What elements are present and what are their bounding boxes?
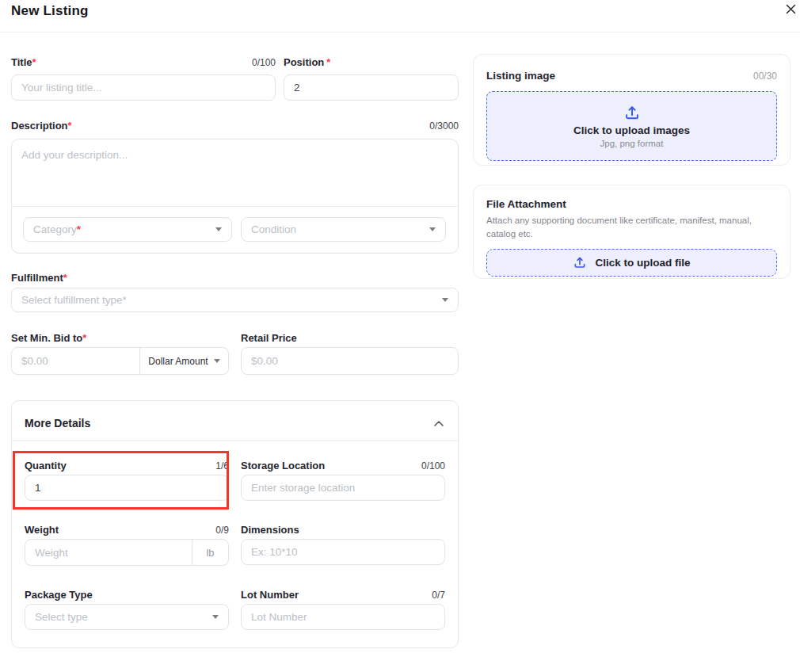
category-placeholder: Category*	[33, 223, 81, 235]
condition-placeholder: Condition	[251, 223, 296, 235]
package-type-placeholder: Select type	[35, 611, 88, 623]
retail-price-field-group: Retail Price	[241, 330, 459, 375]
new-listing-modal: New Listing Title* 0/100 Position*	[0, 0, 800, 672]
form-right-column: Listing image 00/30 Click to upload imag…	[473, 54, 790, 279]
description-counter: 0/3000	[429, 120, 459, 132]
more-details-title: More Details	[25, 417, 90, 430]
image-upload-dropzone[interactable]: Click to upload images Jpg, png format	[486, 91, 777, 161]
position-input[interactable]	[294, 75, 448, 100]
category-select[interactable]: Category*	[23, 217, 232, 242]
description-label-row: Description* 0/3000	[11, 116, 459, 132]
description-label: Description*	[11, 120, 72, 132]
fulfillment-select[interactable]: Select fulfillment type*	[11, 288, 459, 312]
listing-image-counter: 00/30	[753, 71, 777, 82]
page-title: New Listing	[11, 3, 89, 19]
description-textarea[interactable]	[21, 149, 448, 197]
quantity-field-group: Quantity 1/6	[25, 456, 229, 501]
storage-location-counter: 0/100	[421, 460, 445, 472]
storage-location-label: Storage Location	[241, 460, 325, 472]
weight-input[interactable]	[35, 540, 182, 565]
min-bid-unit-select[interactable]: Dollar Amount	[140, 348, 228, 374]
weight-combo: lb	[25, 539, 229, 566]
min-bid-label: Set Min. Bid to*	[11, 332, 86, 344]
file-attachment-title: File Attachment	[486, 198, 777, 210]
title-input[interactable]	[21, 75, 265, 100]
fulfillment-label: Fulfillment*	[11, 272, 67, 284]
min-bid-field-group: Set Min. Bid to* Dollar Amount	[11, 330, 229, 375]
lot-number-label: Lot Number	[241, 589, 299, 601]
required-asterisk: *	[326, 56, 330, 68]
more-details-card: More Details Quantity 1/6	[11, 400, 459, 648]
quantity-input[interactable]	[35, 475, 219, 500]
image-upload-text: Click to upload images	[573, 124, 690, 136]
dimensions-field-group: Dimensions	[241, 520, 445, 566]
min-bid-unit-label: Dollar Amount	[148, 356, 208, 367]
header-divider	[0, 32, 800, 32]
retail-price-label: Retail Price	[241, 332, 297, 344]
dimensions-label: Dimensions	[241, 524, 299, 536]
required-asterisk: *	[32, 56, 36, 68]
min-bid-combo: Dollar Amount	[11, 347, 229, 375]
file-upload-dropzone[interactable]: Click to upload file	[486, 249, 777, 277]
required-asterisk: *	[68, 120, 72, 132]
required-asterisk: *	[77, 223, 81, 235]
position-label: Position*	[284, 56, 330, 68]
required-asterisk: *	[63, 272, 67, 284]
required-asterisk: *	[82, 332, 86, 344]
file-attachment-card: File Attachment Attach any supporting do…	[473, 185, 790, 279]
package-type-select[interactable]: Select type	[25, 604, 229, 630]
image-upload-hint: Jpg, png format	[600, 139, 664, 148]
upload-icon	[573, 255, 587, 269]
quantity-counter: 1/6	[215, 460, 229, 472]
chevron-down-icon	[212, 615, 219, 619]
form-left-column: Title* 0/100 Position* Description* 0/30…	[11, 48, 459, 648]
chevron-down-icon	[429, 227, 436, 231]
title-label: Title*	[11, 56, 36, 68]
listing-image-title: Listing image	[486, 70, 555, 82]
min-bid-input[interactable]	[21, 348, 130, 374]
weight-field-group: Weight 0/9 lb	[25, 520, 229, 566]
fulfillment-placeholder: Select fulfillment type*	[21, 294, 127, 306]
collapse-section-button[interactable]	[432, 419, 445, 428]
fulfillment-label-row: Fulfillment*	[11, 269, 459, 284]
title-field-group: Title* 0/100	[11, 52, 276, 101]
upload-icon	[623, 104, 641, 121]
package-type-label: Package Type	[25, 589, 93, 601]
lot-number-field-group: Lot Number 0/7	[241, 585, 445, 630]
weight-unit-label: lb	[192, 540, 228, 565]
description-box: Category* Condition	[11, 139, 459, 254]
package-type-field-group: Package Type Select type	[25, 585, 229, 630]
file-upload-text: Click to upload file	[595, 257, 690, 269]
lot-number-counter: 0/7	[432, 590, 445, 601]
condition-select[interactable]: Condition	[241, 217, 446, 242]
storage-location-input[interactable]	[251, 475, 435, 500]
chevron-down-icon	[442, 298, 448, 302]
listing-image-card: Listing image 00/30 Click to upload imag…	[473, 54, 790, 166]
position-field-group: Position*	[284, 52, 459, 101]
chevron-down-icon	[214, 359, 220, 363]
close-icon	[786, 4, 796, 14]
close-button[interactable]	[783, 2, 798, 16]
retail-price-input[interactable]	[251, 348, 448, 374]
dimensions-input[interactable]	[251, 540, 435, 564]
file-attachment-description: Attach any supporting document like cert…	[486, 214, 777, 242]
lot-number-input[interactable]	[251, 605, 435, 629]
chevron-down-icon	[215, 227, 222, 231]
title-counter: 0/100	[252, 57, 276, 68]
storage-location-field-group: Storage Location 0/100	[241, 456, 445, 501]
quantity-label: Quantity	[25, 460, 67, 472]
weight-counter: 0/9	[215, 525, 229, 536]
weight-label: Weight	[25, 524, 59, 536]
chevron-up-icon	[434, 421, 444, 426]
